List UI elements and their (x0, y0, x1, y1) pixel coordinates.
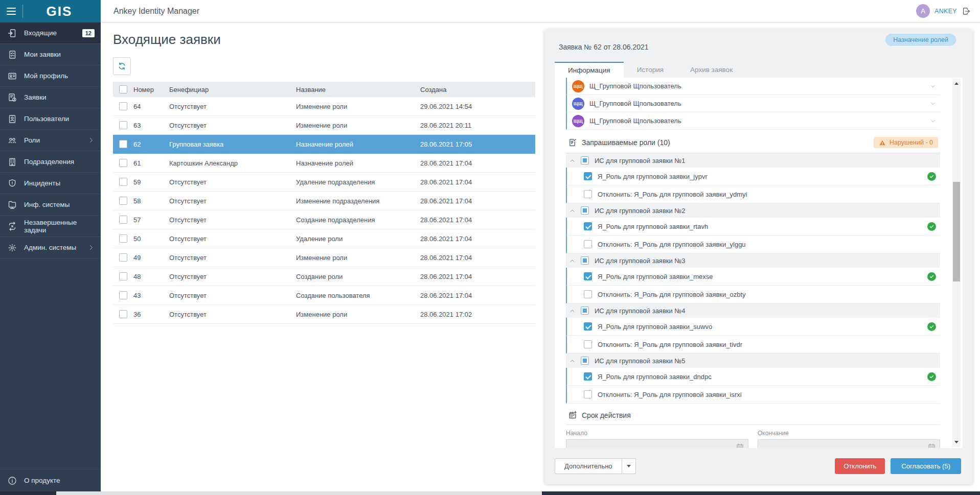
row-checkbox[interactable] (119, 272, 127, 280)
sidebar-item-label: Пользователи (24, 115, 69, 123)
row-checkbox[interactable] (119, 159, 127, 167)
row-checkbox[interactable] (119, 253, 127, 262)
row-checkbox[interactable] (119, 234, 127, 243)
table-row[interactable]: 36 Отсутствует Изменение роли 28.06.2021… (113, 305, 535, 324)
sidebar-item-incidents[interactable]: Инциденты (0, 173, 101, 194)
sidebar-item-unfinished-tasks[interactable]: Незавершенные задачи (0, 216, 101, 237)
table-row[interactable]: 61 Картошкин Александр Назначение ролей … (113, 154, 535, 173)
horizontal-scrollbar[interactable] (0, 491, 980, 495)
decline-role-checkbox[interactable] (584, 390, 592, 398)
approve-role-checkbox[interactable] (584, 372, 592, 381)
table-row[interactable]: 48 Отсутствует Создание роли 28.06.2021 … (113, 267, 535, 286)
group-checkbox[interactable] (581, 206, 589, 215)
topbar-user-area: A ANKEY (916, 4, 971, 18)
sidebar-item-incoming[interactable]: Входящие 12 (0, 22, 101, 44)
logout-icon[interactable] (962, 7, 971, 16)
approve-role-checkbox[interactable] (584, 322, 592, 331)
chevron-down-icon[interactable] (930, 101, 936, 107)
sidebar-item-label: Заявки (24, 93, 47, 101)
chevron-up-icon[interactable] (569, 258, 575, 264)
calendar-icon[interactable] (736, 443, 744, 449)
user-name[interactable]: ANKEY (935, 8, 957, 15)
role-group-header[interactable]: ИС для групповой заявки №1 (566, 153, 940, 168)
sidebar-item-inf-systems[interactable]: Инф. системы (0, 194, 101, 216)
sidebar: GIS Входящие 12 Мои заявки Мой профиль З… (0, 0, 101, 491)
validity-start-input[interactable] (566, 439, 748, 448)
user-avatar[interactable]: A (916, 4, 930, 18)
beneficiary-avatar: ЩЩ (572, 115, 584, 127)
chevron-up-icon[interactable] (569, 208, 575, 214)
beneficiary-row[interactable]: ЩЩ Щ_Групповой Щпользователь (566, 112, 940, 130)
role-group-header[interactable]: ИС для групповой заявки №3 (566, 253, 940, 268)
scroll-up-arrow[interactable] (954, 82, 959, 85)
sidebar-item-my-profile[interactable]: Мой профиль (0, 65, 101, 87)
panel-content: ЩЩ Щ_Групповой Щпользователь ЩЩ Щ_Группо… (555, 78, 963, 448)
table-row[interactable]: 63 Отсутствует Изменение роли 28.06.2021… (113, 116, 535, 135)
approve-role-checkbox[interactable] (584, 272, 592, 280)
beneficiary-row[interactable]: ЩЩ Щ_Групповой Щпользователь (566, 78, 940, 95)
approve-role-checkbox[interactable] (584, 172, 592, 180)
sidebar-item-about[interactable]: О продукте (0, 469, 101, 491)
calendar-icon[interactable] (928, 443, 936, 449)
tab-archive[interactable]: Архив заявок (677, 62, 746, 78)
refresh-button[interactable] (113, 57, 131, 75)
chevron-down-icon[interactable] (930, 118, 936, 124)
group-checkbox[interactable] (581, 357, 589, 365)
decline-role-checkbox[interactable] (584, 290, 592, 298)
approve-role-checkbox[interactable] (584, 222, 592, 230)
row-checkbox[interactable] (119, 102, 127, 110)
scroll-down-arrow[interactable] (954, 441, 959, 443)
decline-role-checkbox[interactable] (584, 340, 592, 348)
chevron-up-icon[interactable] (569, 308, 575, 314)
tab-information[interactable]: Информация (555, 62, 624, 78)
hamburger-menu-icon[interactable] (0, 8, 22, 15)
group-checkbox[interactable] (581, 307, 589, 315)
decline-button[interactable]: Отклонить (835, 458, 885, 474)
table-row[interactable]: 43 Отсутствует Создание пользователя 28.… (113, 286, 535, 305)
row-checkbox[interactable] (119, 310, 127, 318)
group-checkbox[interactable] (581, 256, 589, 265)
row-checkbox[interactable] (119, 121, 127, 129)
decline-role-checkbox[interactable] (584, 190, 592, 198)
row-checkbox[interactable] (119, 178, 127, 186)
chevron-down-icon[interactable] (930, 83, 936, 89)
sidebar-item-roles[interactable]: Роли (0, 130, 101, 151)
table-row[interactable]: 57 Отсутствует Создание подразделения 28… (113, 210, 535, 229)
role-group-header[interactable]: ИС для групповой заявки №4 (566, 303, 940, 318)
sidebar-item-admin-systems[interactable]: Админ. системы (0, 237, 101, 258)
table-row[interactable]: 59 Отсутствует Удаление подразделения 28… (113, 173, 535, 192)
table-row[interactable]: 62 Групповая заявка Назначение ролей 28.… (113, 135, 535, 154)
table-row[interactable]: 64 Отсутствует Изменение роли 29.06.2021… (113, 97, 535, 116)
table-row[interactable]: 49 Отсутствует Изменение роли 28.06.2021… (113, 248, 535, 267)
role-group-header[interactable]: ИС для групповой заявки №5 (566, 353, 940, 368)
panel-scrollbar[interactable] (952, 79, 961, 447)
validity-end-input[interactable] (758, 439, 940, 448)
more-actions-dropdown-button[interactable] (622, 458, 636, 474)
table-row[interactable]: 50 Отсутствует Удаление роли 28.06.2021 … (113, 229, 535, 248)
sidebar-item-requests[interactable]: Заявки (0, 87, 101, 108)
table-row[interactable]: 58 Отсутствует Изменение подразделения 2… (113, 192, 535, 210)
tab-history[interactable]: История (624, 62, 677, 78)
row-checkbox[interactable] (119, 291, 127, 299)
more-actions-button[interactable]: Дополнительно (555, 458, 622, 474)
select-all-checkbox[interactable] (119, 85, 127, 93)
validity-start-label: Начало (566, 430, 748, 437)
row-checkbox[interactable] (119, 140, 127, 148)
approve-button[interactable]: Согласовать (5) (891, 458, 961, 474)
approve-role-label: Я_Роль для групповой заявки_dndpc (598, 373, 712, 381)
horizontal-scrollbar-thumb[interactable] (56, 491, 542, 495)
cell-created: 29.06.2021 14:54 (415, 103, 535, 110)
decline-role-checkbox[interactable] (584, 240, 592, 248)
row-checkbox[interactable] (119, 197, 127, 205)
group-checkbox[interactable] (581, 156, 589, 164)
decline-role-label: Отклонить: Я_Роль для групповой заявки_o… (598, 291, 746, 298)
beneficiary-row[interactable]: ЩЩ Щ_Групповой Щпользователь (566, 95, 940, 112)
scrollbar-thumb[interactable] (953, 182, 960, 281)
sidebar-item-users[interactable]: Пользователи (0, 108, 101, 130)
sidebar-item-my-requests[interactable]: Мои заявки (0, 44, 101, 65)
row-checkbox[interactable] (119, 216, 127, 224)
sidebar-item-departments[interactable]: Подразделения (0, 151, 101, 173)
role-group-header[interactable]: ИС для групповой заявки №2 (566, 203, 940, 218)
chevron-up-icon[interactable] (569, 358, 575, 364)
chevron-up-icon[interactable] (569, 158, 575, 163)
